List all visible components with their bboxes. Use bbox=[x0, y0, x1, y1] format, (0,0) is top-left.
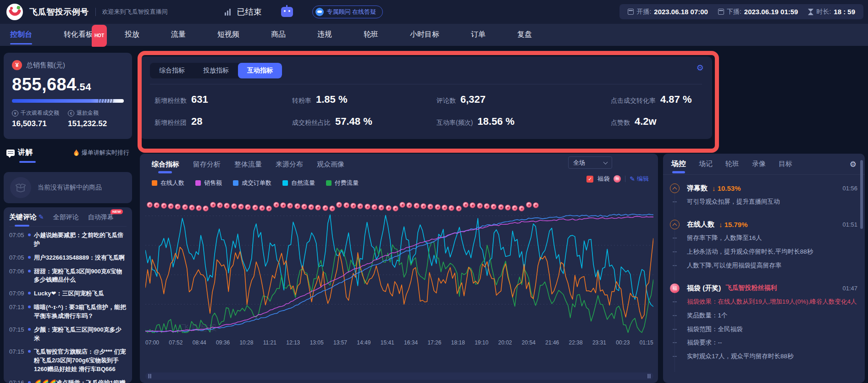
comment-time: 07:06 bbox=[9, 267, 25, 285]
duration-label: 时长: bbox=[816, 8, 831, 16]
nav-item-复盘[interactable]: 复盘 bbox=[512, 24, 537, 46]
right-tab-轮班[interactable]: 轮班 bbox=[725, 160, 739, 174]
metrics-tab-互动指标[interactable]: 互动指标 bbox=[238, 63, 282, 78]
right-tab-录像[interactable]: 录像 bbox=[752, 160, 766, 174]
nav-item-控制台[interactable]: 控制台 bbox=[5, 24, 38, 46]
lucky-bag-marker[interactable] bbox=[329, 205, 335, 211]
lucky-bag-marker[interactable] bbox=[182, 204, 188, 210]
right-tab-场记[interactable]: 场记 bbox=[699, 160, 713, 174]
nav-item-商品[interactable]: 商品 bbox=[265, 24, 291, 46]
metric-成交粉丝占比: 成交粉丝占比57.48 % bbox=[292, 116, 430, 128]
nav-item-违规[interactable]: 违规 bbox=[312, 24, 337, 46]
metrics-tab-投放指标[interactable]: 投放指标 bbox=[194, 63, 238, 78]
lucky-bag-marker[interactable] bbox=[189, 205, 195, 211]
lucky-bag-marker[interactable] bbox=[526, 202, 532, 208]
lucky-bag-marker[interactable] bbox=[217, 202, 223, 208]
lucky-bag-marker[interactable] bbox=[238, 204, 244, 210]
nav-item-订单[interactable]: 订单 bbox=[465, 24, 491, 46]
pencil-icon[interactable]: ✎ bbox=[37, 213, 44, 221]
lucky-bag-marker[interactable] bbox=[463, 202, 469, 208]
lucky-bag-marker[interactable] bbox=[147, 202, 153, 208]
lucky-bag-marker[interactable] bbox=[498, 204, 504, 210]
lucky-bag-marker[interactable] bbox=[456, 205, 462, 211]
lucky-bag-marker[interactable] bbox=[280, 202, 286, 208]
lucky-bag-marker[interactable] bbox=[301, 204, 307, 210]
nav-item-流量[interactable]: 流量 bbox=[166, 24, 191, 46]
sales-progress-bar bbox=[12, 99, 124, 103]
gear-icon[interactable]: ⚙ bbox=[850, 160, 857, 174]
chart-tab-综合指标[interactable]: 综合指标 bbox=[152, 160, 179, 174]
lucky-bag-marker[interactable] bbox=[393, 205, 398, 211]
hot-explain-rank-link[interactable]: 爆单讲解实时排行 bbox=[73, 149, 129, 162]
nav-item-小时目标[interactable]: 小时目标 bbox=[404, 24, 445, 46]
robot-assistant-icon[interactable] bbox=[281, 7, 293, 17]
lucky-bag-marker[interactable] bbox=[343, 202, 349, 208]
x-tick-11:21: 11:21 bbox=[263, 339, 276, 346]
empty-box-icon bbox=[10, 177, 31, 198]
legend-在线人数[interactable]: 在线人数 bbox=[152, 179, 184, 187]
fire-icon bbox=[73, 149, 79, 156]
lucky-bag-marker[interactable] bbox=[414, 203, 420, 209]
consultant-label: 专属顾问 在线答疑 bbox=[327, 8, 376, 16]
delta-value: ↓ 10.53% bbox=[712, 184, 741, 192]
chart-tab-整体流量[interactable]: 整体流量 bbox=[234, 160, 262, 174]
chart-tab-留存分析[interactable]: 留存分析 bbox=[193, 160, 221, 174]
legend-自然流量[interactable]: 自然流量 bbox=[282, 179, 315, 187]
nav-item-短视频[interactable]: 短视频 bbox=[212, 24, 245, 46]
right-tab-目标[interactable]: 目标 bbox=[779, 160, 792, 174]
lucky-bag-marker[interactable] bbox=[484, 203, 490, 209]
datazoom-slider[interactable] bbox=[145, 372, 653, 380]
right-panel-scrollbar[interactable] bbox=[860, 160, 863, 229]
lucky-bag-marker[interactable] bbox=[168, 203, 174, 209]
edit-legend-button[interactable]: ✎编辑 bbox=[630, 175, 649, 183]
legend-付费流量[interactable]: 付费流量 bbox=[326, 179, 359, 187]
metric-新增粉丝团: 新增粉丝团28 bbox=[155, 116, 285, 128]
lucky-bag-marker[interactable] bbox=[259, 205, 265, 211]
x-tick-18:18: 18:18 bbox=[451, 339, 465, 346]
lucky-bag-marker[interactable] bbox=[231, 203, 237, 209]
headset-icon bbox=[315, 8, 324, 16]
lucky-bag-marker[interactable] bbox=[161, 203, 167, 209]
comment-item: 07:05用户3226613548889：没有飞瓜啊 bbox=[9, 254, 127, 262]
gear-icon[interactable]: ⚙ bbox=[697, 63, 704, 73]
legend-销售额[interactable]: 销售额 bbox=[195, 179, 222, 187]
lucky-bag-marker[interactable] bbox=[365, 204, 370, 210]
metric-value: 57.48 % bbox=[335, 116, 372, 128]
comments-tab-关键评论[interactable]: 关键评论 ✎ bbox=[9, 213, 44, 222]
nav-item-轮班[interactable]: 轮班 bbox=[358, 24, 384, 46]
comment-item: 07:15夕颜：宠粉飞瓜三区间900克多少米 bbox=[9, 326, 127, 343]
lucky-bag-marker[interactable] bbox=[252, 205, 258, 211]
comment-dot bbox=[28, 270, 31, 272]
lucky-bag-marker[interactable] bbox=[322, 205, 328, 211]
legend-label: 在线人数 bbox=[160, 179, 184, 187]
lucky-bag-marker[interactable] bbox=[371, 204, 377, 210]
lucky-bag-marker[interactable] bbox=[350, 203, 356, 209]
nav-item-转化看板[interactable]: 转化看板HOT bbox=[58, 24, 99, 46]
consultant-pill[interactable]: 专属顾问 在线答疑 bbox=[312, 6, 383, 18]
lucky-bag-marker[interactable] bbox=[386, 205, 392, 211]
lucky-bag-marker[interactable] bbox=[533, 202, 539, 208]
lucky-bag-marker[interactable] bbox=[477, 203, 483, 209]
sales-sub-text: 千次观看成交额 bbox=[21, 109, 59, 117]
right-tab-场控[interactable]: 场控 bbox=[671, 159, 686, 174]
line-chart-plot[interactable] bbox=[145, 202, 653, 337]
range-select[interactable]: 全场 bbox=[568, 156, 612, 169]
comments-tab-自动弹幕[interactable]: 自动弹幕NEW bbox=[88, 213, 114, 222]
lucky-bag-checkbox[interactable] bbox=[586, 176, 593, 183]
lucky-bag-marker[interactable] bbox=[210, 202, 216, 208]
nav-item-投放[interactable]: 投放 bbox=[119, 24, 145, 46]
x-tick-13:05: 13:05 bbox=[310, 339, 324, 346]
metric-label: 互动率(频次) bbox=[437, 119, 473, 127]
comments-tab-全部评论[interactable]: 全部评论 bbox=[53, 213, 79, 222]
lucky-bag-marker[interactable] bbox=[294, 203, 300, 209]
control-item-在线人数: 在线人数↓ 15.79%01:51留存率下降，人数降至16人上秒杀活动，提升观众… bbox=[663, 214, 865, 278]
lucky-bag-marker[interactable] bbox=[505, 205, 511, 211]
lucky-bag-marker[interactable] bbox=[435, 204, 441, 210]
metrics-tab-综合指标[interactable]: 综合指标 bbox=[150, 63, 194, 78]
lucky-bag-marker[interactable] bbox=[442, 205, 448, 211]
legend-成交订单数[interactable]: 成交订单数 bbox=[233, 179, 271, 187]
chart-tab-观众画像[interactable]: 观众画像 bbox=[317, 160, 344, 174]
chart-tab-来源分布[interactable]: 来源分布 bbox=[276, 160, 303, 174]
lucky-bag-marker[interactable] bbox=[273, 202, 279, 208]
tab-explain[interactable]: 讲解 bbox=[6, 148, 33, 163]
